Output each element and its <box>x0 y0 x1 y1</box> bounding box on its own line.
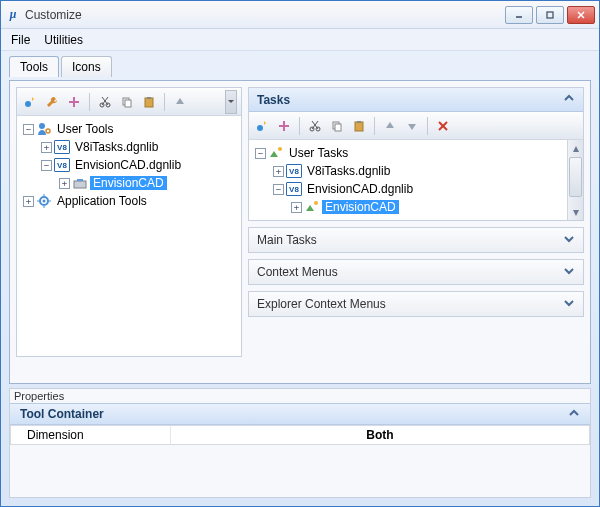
tasks-header-label: Tasks <box>257 93 290 107</box>
context-menus-panel: Context Menus <box>248 259 584 285</box>
main-tasks-label: Main Tasks <box>257 233 317 247</box>
collapse-icon[interactable]: − <box>255 148 266 159</box>
property-key: Dimension <box>11 426 171 444</box>
context-menus-header[interactable]: Context Menus <box>249 260 583 284</box>
node-v8i-lib[interactable]: V8iTasks.dgnlib <box>72 140 161 154</box>
copy-icon[interactable] <box>328 117 346 135</box>
explorer-context-menus-label: Explorer Context Menus <box>257 297 386 311</box>
svg-rect-23 <box>279 125 289 127</box>
new-task-icon[interactable] <box>253 117 271 135</box>
left-pane: − User Tools + V8 V8iTasks.dgnlib − V8 E… <box>16 87 242 357</box>
svg-point-4 <box>25 101 31 107</box>
v8-icon: V8 <box>54 139 70 155</box>
user-tools-icon <box>36 121 52 137</box>
node-env-lib[interactable]: EnvisionCAD.dgnlib <box>304 182 416 196</box>
svg-point-20 <box>43 200 46 203</box>
toolbox-icon <box>72 175 88 191</box>
svg-point-16 <box>46 129 50 133</box>
scrollbar[interactable]: ▴ ▾ <box>567 140 583 220</box>
svg-rect-29 <box>335 124 341 131</box>
left-toolbar <box>17 88 241 116</box>
property-value[interactable]: Both <box>171 426 589 444</box>
delete-icon[interactable] <box>434 117 452 135</box>
collapse-icon[interactable]: − <box>273 184 284 195</box>
svg-rect-30 <box>355 122 363 131</box>
node-v8i-lib[interactable]: V8iTasks.dgnlib <box>304 164 393 178</box>
svg-point-35 <box>314 201 318 205</box>
app-tools-icon <box>36 193 52 209</box>
scroll-up-icon[interactable]: ▴ <box>568 140 583 156</box>
close-button[interactable] <box>567 6 595 24</box>
svg-point-21 <box>257 125 263 131</box>
svg-point-34 <box>278 147 282 151</box>
copy-icon[interactable] <box>118 93 136 111</box>
v8-icon: V8 <box>286 163 302 179</box>
scroll-down-icon[interactable]: ▾ <box>568 204 583 220</box>
svg-rect-12 <box>125 100 131 107</box>
customize-window: μ Customize File Utilities Tools Icons <box>0 0 600 507</box>
v8-icon: V8 <box>286 181 302 197</box>
node-envisioncad[interactable]: EnvisionCAD <box>90 176 167 190</box>
task-leaf-icon <box>304 199 320 215</box>
right-tree[interactable]: − User Tasks + V8 V8iTasks.dgnlib − <box>249 140 567 220</box>
tab-icons[interactable]: Icons <box>61 56 112 77</box>
up-arrow-icon[interactable] <box>381 117 399 135</box>
node-user-tasks[interactable]: User Tasks <box>286 146 351 160</box>
node-env-lib[interactable]: EnvisionCAD.dgnlib <box>72 158 184 172</box>
context-menus-label: Context Menus <box>257 265 338 279</box>
menu-file[interactable]: File <box>11 33 30 47</box>
user-tasks-icon <box>268 145 284 161</box>
chevron-up-icon <box>568 407 580 422</box>
svg-rect-6 <box>69 101 79 103</box>
property-row-dimension[interactable]: Dimension Both <box>10 425 590 445</box>
node-envisioncad[interactable]: EnvisionCAD <box>322 200 399 214</box>
node-app-tools[interactable]: Application Tools <box>54 194 150 208</box>
tab-strip: Tools Icons <box>9 56 591 77</box>
svg-rect-13 <box>145 98 153 107</box>
toolbar-grip-icon[interactable] <box>225 90 237 114</box>
tool-container-header[interactable]: Tool Container <box>10 403 590 425</box>
scroll-thumb[interactable] <box>569 157 582 197</box>
down-arrow-icon[interactable] <box>403 117 421 135</box>
expand-icon[interactable]: + <box>273 166 284 177</box>
collapse-icon[interactable]: − <box>23 124 34 135</box>
expand-icon[interactable]: + <box>41 142 52 153</box>
paste-icon[interactable] <box>350 117 368 135</box>
tasks-panel: Tasks <box>248 87 584 221</box>
minimize-button[interactable] <box>505 6 533 24</box>
tab-page-tools: − User Tools + V8 V8iTasks.dgnlib − V8 E… <box>9 80 591 384</box>
tab-tools[interactable]: Tools <box>9 56 59 77</box>
tool-container-label: Tool Container <box>20 407 104 421</box>
cut-icon[interactable] <box>306 117 324 135</box>
expand-icon[interactable]: + <box>291 202 302 213</box>
right-pane: Tasks <box>248 87 584 377</box>
chevron-up-icon <box>563 92 575 107</box>
left-tree[interactable]: − User Tools + V8 V8iTasks.dgnlib − V8 E… <box>17 116 241 356</box>
titlebar: μ Customize <box>1 1 599 29</box>
maximize-button[interactable] <box>536 6 564 24</box>
properties-pane: Properties Tool Container Dimension Both <box>9 388 591 498</box>
insert-icon[interactable] <box>275 117 293 135</box>
chevron-down-icon <box>563 297 575 312</box>
svg-rect-18 <box>77 179 83 181</box>
collapse-icon[interactable]: − <box>41 160 52 171</box>
properties-label: Properties <box>10 389 590 403</box>
node-user-tools[interactable]: User Tools <box>54 122 116 136</box>
cut-icon[interactable] <box>96 93 114 111</box>
wrench-icon[interactable] <box>43 93 61 111</box>
new-tool-icon[interactable] <box>21 93 39 111</box>
svg-rect-31 <box>357 121 361 123</box>
paste-icon[interactable] <box>140 93 158 111</box>
right-toolbar <box>249 112 583 140</box>
tasks-header[interactable]: Tasks <box>249 88 583 112</box>
explorer-context-menus-panel: Explorer Context Menus <box>248 291 584 317</box>
expand-icon[interactable]: + <box>23 196 34 207</box>
insert-icon[interactable] <box>65 93 83 111</box>
expand-icon[interactable]: + <box>59 178 70 189</box>
main-tasks-header[interactable]: Main Tasks <box>249 228 583 252</box>
menu-utilities[interactable]: Utilities <box>44 33 83 47</box>
explorer-context-menus-header[interactable]: Explorer Context Menus <box>249 292 583 316</box>
up-arrow-icon[interactable] <box>171 93 189 111</box>
app-icon: μ <box>5 7 21 23</box>
chevron-down-icon <box>563 265 575 280</box>
